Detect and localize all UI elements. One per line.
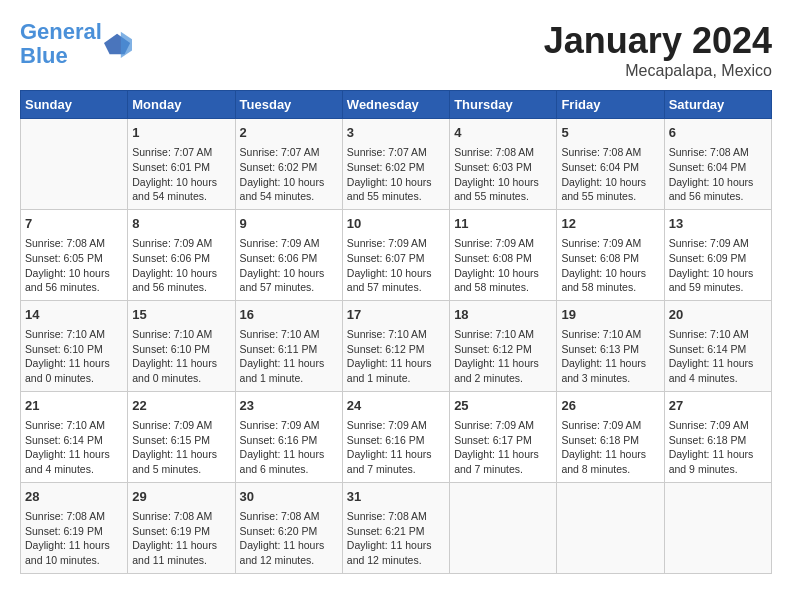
day-number: 10 bbox=[347, 215, 445, 233]
calendar-cell: 13Sunrise: 7:09 AM Sunset: 6:09 PM Dayli… bbox=[664, 209, 771, 300]
calendar-cell: 30Sunrise: 7:08 AM Sunset: 6:20 PM Dayli… bbox=[235, 482, 342, 573]
day-content: Sunrise: 7:10 AM Sunset: 6:13 PM Dayligh… bbox=[561, 327, 659, 386]
day-content: Sunrise: 7:09 AM Sunset: 6:08 PM Dayligh… bbox=[561, 236, 659, 295]
day-content: Sunrise: 7:08 AM Sunset: 6:05 PM Dayligh… bbox=[25, 236, 123, 295]
calendar-cell: 19Sunrise: 7:10 AM Sunset: 6:13 PM Dayli… bbox=[557, 300, 664, 391]
calendar-cell: 18Sunrise: 7:10 AM Sunset: 6:12 PM Dayli… bbox=[450, 300, 557, 391]
day-content: Sunrise: 7:08 AM Sunset: 6:20 PM Dayligh… bbox=[240, 509, 338, 568]
calendar-cell: 12Sunrise: 7:09 AM Sunset: 6:08 PM Dayli… bbox=[557, 209, 664, 300]
calendar-cell: 9Sunrise: 7:09 AM Sunset: 6:06 PM Daylig… bbox=[235, 209, 342, 300]
day-content: Sunrise: 7:09 AM Sunset: 6:18 PM Dayligh… bbox=[669, 418, 767, 477]
day-content: Sunrise: 7:07 AM Sunset: 6:02 PM Dayligh… bbox=[240, 145, 338, 204]
title-block: January 2024 Mecapalapa, Mexico bbox=[544, 20, 772, 80]
page-header: General Blue January 2024 Mecapalapa, Me… bbox=[20, 20, 772, 80]
day-number: 3 bbox=[347, 124, 445, 142]
day-number: 29 bbox=[132, 488, 230, 506]
day-content: Sunrise: 7:07 AM Sunset: 6:02 PM Dayligh… bbox=[347, 145, 445, 204]
day-content: Sunrise: 7:07 AM Sunset: 6:01 PM Dayligh… bbox=[132, 145, 230, 204]
day-content: Sunrise: 7:09 AM Sunset: 6:08 PM Dayligh… bbox=[454, 236, 552, 295]
calendar-cell: 15Sunrise: 7:10 AM Sunset: 6:10 PM Dayli… bbox=[128, 300, 235, 391]
calendar-cell: 17Sunrise: 7:10 AM Sunset: 6:12 PM Dayli… bbox=[342, 300, 449, 391]
day-content: Sunrise: 7:09 AM Sunset: 6:15 PM Dayligh… bbox=[132, 418, 230, 477]
calendar-cell: 11Sunrise: 7:09 AM Sunset: 6:08 PM Dayli… bbox=[450, 209, 557, 300]
day-number: 9 bbox=[240, 215, 338, 233]
calendar-cell: 8Sunrise: 7:09 AM Sunset: 6:06 PM Daylig… bbox=[128, 209, 235, 300]
calendar-cell: 14Sunrise: 7:10 AM Sunset: 6:10 PM Dayli… bbox=[21, 300, 128, 391]
calendar-cell: 26Sunrise: 7:09 AM Sunset: 6:18 PM Dayli… bbox=[557, 391, 664, 482]
calendar-cell: 1Sunrise: 7:07 AM Sunset: 6:01 PM Daylig… bbox=[128, 119, 235, 210]
day-number: 4 bbox=[454, 124, 552, 142]
day-number: 27 bbox=[669, 397, 767, 415]
day-number: 6 bbox=[669, 124, 767, 142]
weekday-header-cell: Tuesday bbox=[235, 91, 342, 119]
day-number: 23 bbox=[240, 397, 338, 415]
calendar-cell: 22Sunrise: 7:09 AM Sunset: 6:15 PM Dayli… bbox=[128, 391, 235, 482]
weekday-header-cell: Monday bbox=[128, 91, 235, 119]
day-number: 13 bbox=[669, 215, 767, 233]
logo-text: General Blue bbox=[20, 20, 102, 68]
day-content: Sunrise: 7:10 AM Sunset: 6:11 PM Dayligh… bbox=[240, 327, 338, 386]
calendar-cell: 10Sunrise: 7:09 AM Sunset: 6:07 PM Dayli… bbox=[342, 209, 449, 300]
day-number: 25 bbox=[454, 397, 552, 415]
day-number: 17 bbox=[347, 306, 445, 324]
calendar-week-row: 1Sunrise: 7:07 AM Sunset: 6:01 PM Daylig… bbox=[21, 119, 772, 210]
weekday-header-row: SundayMondayTuesdayWednesdayThursdayFrid… bbox=[21, 91, 772, 119]
calendar-cell bbox=[664, 482, 771, 573]
day-content: Sunrise: 7:09 AM Sunset: 6:06 PM Dayligh… bbox=[132, 236, 230, 295]
calendar-cell: 3Sunrise: 7:07 AM Sunset: 6:02 PM Daylig… bbox=[342, 119, 449, 210]
calendar-cell: 16Sunrise: 7:10 AM Sunset: 6:11 PM Dayli… bbox=[235, 300, 342, 391]
day-number: 7 bbox=[25, 215, 123, 233]
day-content: Sunrise: 7:10 AM Sunset: 6:14 PM Dayligh… bbox=[669, 327, 767, 386]
logo: General Blue bbox=[20, 20, 132, 68]
calendar-week-row: 14Sunrise: 7:10 AM Sunset: 6:10 PM Dayli… bbox=[21, 300, 772, 391]
weekday-header-cell: Thursday bbox=[450, 91, 557, 119]
calendar-cell: 7Sunrise: 7:08 AM Sunset: 6:05 PM Daylig… bbox=[21, 209, 128, 300]
calendar-body: 1Sunrise: 7:07 AM Sunset: 6:01 PM Daylig… bbox=[21, 119, 772, 574]
day-number: 11 bbox=[454, 215, 552, 233]
calendar-week-row: 7Sunrise: 7:08 AM Sunset: 6:05 PM Daylig… bbox=[21, 209, 772, 300]
calendar-cell: 6Sunrise: 7:08 AM Sunset: 6:04 PM Daylig… bbox=[664, 119, 771, 210]
day-number: 18 bbox=[454, 306, 552, 324]
weekday-header-cell: Sunday bbox=[21, 91, 128, 119]
calendar-cell: 2Sunrise: 7:07 AM Sunset: 6:02 PM Daylig… bbox=[235, 119, 342, 210]
day-content: Sunrise: 7:09 AM Sunset: 6:17 PM Dayligh… bbox=[454, 418, 552, 477]
day-content: Sunrise: 7:09 AM Sunset: 6:16 PM Dayligh… bbox=[347, 418, 445, 477]
day-content: Sunrise: 7:09 AM Sunset: 6:06 PM Dayligh… bbox=[240, 236, 338, 295]
calendar-cell: 21Sunrise: 7:10 AM Sunset: 6:14 PM Dayli… bbox=[21, 391, 128, 482]
weekday-header-cell: Wednesday bbox=[342, 91, 449, 119]
calendar-cell: 25Sunrise: 7:09 AM Sunset: 6:17 PM Dayli… bbox=[450, 391, 557, 482]
day-content: Sunrise: 7:10 AM Sunset: 6:12 PM Dayligh… bbox=[454, 327, 552, 386]
day-content: Sunrise: 7:08 AM Sunset: 6:04 PM Dayligh… bbox=[561, 145, 659, 204]
day-content: Sunrise: 7:10 AM Sunset: 6:10 PM Dayligh… bbox=[132, 327, 230, 386]
day-content: Sunrise: 7:10 AM Sunset: 6:14 PM Dayligh… bbox=[25, 418, 123, 477]
weekday-header-cell: Friday bbox=[557, 91, 664, 119]
day-number: 19 bbox=[561, 306, 659, 324]
day-number: 14 bbox=[25, 306, 123, 324]
day-content: Sunrise: 7:09 AM Sunset: 6:16 PM Dayligh… bbox=[240, 418, 338, 477]
day-number: 16 bbox=[240, 306, 338, 324]
day-number: 5 bbox=[561, 124, 659, 142]
calendar-cell: 31Sunrise: 7:08 AM Sunset: 6:21 PM Dayli… bbox=[342, 482, 449, 573]
day-number: 15 bbox=[132, 306, 230, 324]
day-content: Sunrise: 7:08 AM Sunset: 6:21 PM Dayligh… bbox=[347, 509, 445, 568]
calendar-cell bbox=[557, 482, 664, 573]
calendar-cell: 28Sunrise: 7:08 AM Sunset: 6:19 PM Dayli… bbox=[21, 482, 128, 573]
day-number: 22 bbox=[132, 397, 230, 415]
day-number: 28 bbox=[25, 488, 123, 506]
calendar-week-row: 28Sunrise: 7:08 AM Sunset: 6:19 PM Dayli… bbox=[21, 482, 772, 573]
calendar-cell: 23Sunrise: 7:09 AM Sunset: 6:16 PM Dayli… bbox=[235, 391, 342, 482]
day-number: 12 bbox=[561, 215, 659, 233]
day-number: 31 bbox=[347, 488, 445, 506]
svg-marker-1 bbox=[121, 32, 132, 58]
calendar-table: SundayMondayTuesdayWednesdayThursdayFrid… bbox=[20, 90, 772, 574]
calendar-cell: 24Sunrise: 7:09 AM Sunset: 6:16 PM Dayli… bbox=[342, 391, 449, 482]
day-content: Sunrise: 7:09 AM Sunset: 6:07 PM Dayligh… bbox=[347, 236, 445, 295]
day-content: Sunrise: 7:10 AM Sunset: 6:10 PM Dayligh… bbox=[25, 327, 123, 386]
calendar-cell: 27Sunrise: 7:09 AM Sunset: 6:18 PM Dayli… bbox=[664, 391, 771, 482]
page-subtitle: Mecapalapa, Mexico bbox=[544, 62, 772, 80]
calendar-cell: 29Sunrise: 7:08 AM Sunset: 6:19 PM Dayli… bbox=[128, 482, 235, 573]
day-number: 24 bbox=[347, 397, 445, 415]
day-content: Sunrise: 7:09 AM Sunset: 6:18 PM Dayligh… bbox=[561, 418, 659, 477]
calendar-cell: 20Sunrise: 7:10 AM Sunset: 6:14 PM Dayli… bbox=[664, 300, 771, 391]
day-content: Sunrise: 7:08 AM Sunset: 6:03 PM Dayligh… bbox=[454, 145, 552, 204]
